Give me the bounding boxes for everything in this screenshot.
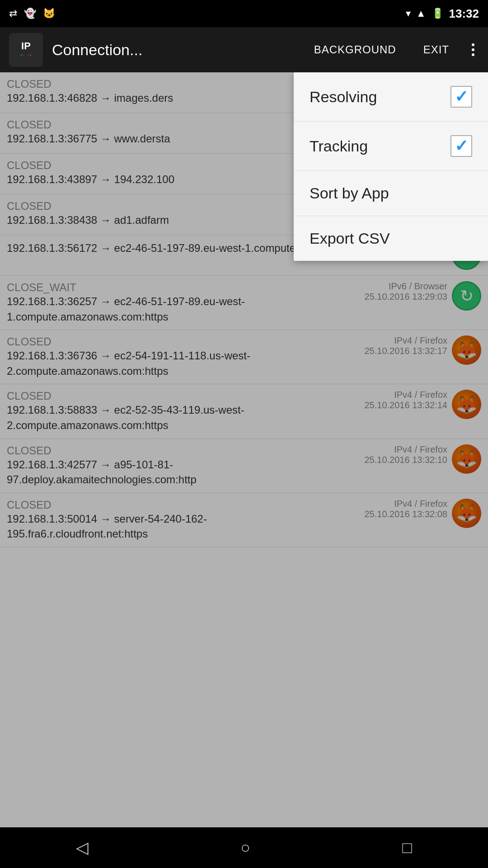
battery-icon: 🔋 — [432, 8, 444, 19]
checkmark-icon: ✓ — [455, 87, 468, 106]
arrow-left-icon: ← — [19, 51, 26, 58]
checkbox[interactable]: ✓ — [450, 86, 472, 108]
status-bar-left: ⇄ 👻 🐱 — [9, 8, 55, 19]
dropdown-item-tracking[interactable]: Tracking ✓ — [294, 122, 488, 171]
dropdown-item-label: Resolving — [310, 88, 377, 106]
logo-text: IP — [21, 41, 31, 51]
checkbox[interactable]: ✓ — [450, 135, 472, 157]
dropdown-item-label: Sort by App — [310, 184, 389, 202]
overflow-menu-button[interactable] — [467, 39, 479, 61]
app-title: Connection... — [52, 41, 296, 59]
status-time: 13:32 — [449, 7, 479, 21]
signal-icon: ▲ — [416, 8, 426, 19]
overflow-dot-1 — [472, 43, 474, 46]
checkmark-icon: ✓ — [455, 137, 468, 156]
content-area: CLOSED 192.168.1.3:46828 → images.ders C… — [0, 72, 488, 827]
dropdown-item-label: Tracking — [310, 137, 368, 155]
exit-button[interactable]: EXIT — [414, 39, 458, 61]
home-button[interactable]: ○ — [227, 834, 264, 862]
cat-icon: 🐱 — [43, 8, 55, 19]
dropdown-menu: Resolving ✓ Tracking ✓ Sort by App Expor… — [294, 72, 488, 261]
dropdown-item-sort-by-app[interactable]: Sort by App — [294, 171, 488, 216]
background-button[interactable]: BACKGROUND — [305, 39, 405, 61]
dropdown-item-export-csv[interactable]: Export CSV — [294, 216, 488, 261]
bottom-nav: ◁ ○ □ — [0, 827, 488, 868]
status-bar-right: ▾ ▲ 🔋 13:32 — [406, 7, 479, 21]
wifi-icon: ▾ — [406, 8, 411, 19]
ghost-icon: 👻 — [24, 8, 36, 19]
ip-swap-icon: ⇄ — [9, 8, 17, 19]
overflow-dot-2 — [472, 48, 474, 51]
overflow-dot-3 — [472, 53, 474, 56]
status-bar: ⇄ 👻 🐱 ▾ ▲ 🔋 13:32 — [0, 0, 488, 27]
app-bar: IP ← → Connection... BACKGROUND EXIT — [0, 27, 488, 72]
app-logo: IP ← → — [9, 33, 43, 67]
recent-button[interactable]: □ — [389, 834, 426, 862]
arrow-right-icon: → — [27, 51, 33, 58]
back-button[interactable]: ◁ — [62, 834, 102, 862]
dropdown-item-label: Export CSV — [310, 230, 390, 247]
dropdown-item-resolving[interactable]: Resolving ✓ — [294, 72, 488, 122]
logo-arrows: ← → — [19, 51, 33, 58]
